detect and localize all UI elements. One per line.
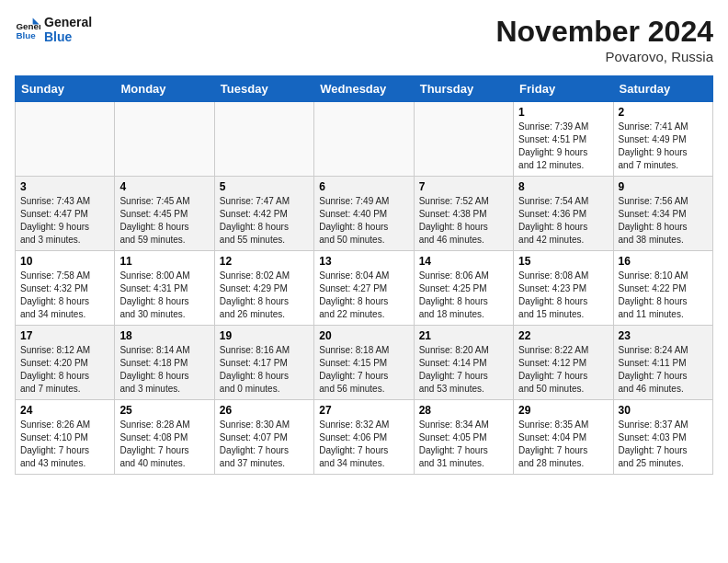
day-number: 25	[119, 404, 209, 417]
day-number: 2	[619, 106, 708, 119]
day-number: 1	[518, 106, 608, 119]
day-number: 8	[518, 180, 608, 193]
day-cell: 19Sunrise: 8:16 AM Sunset: 4:17 PM Dayli…	[214, 326, 313, 400]
day-info: Sunrise: 8:08 AM Sunset: 4:23 PM Dayligh…	[518, 270, 608, 321]
day-cell	[214, 102, 313, 177]
day-cell: 17Sunrise: 8:12 AM Sunset: 4:20 PM Dayli…	[16, 326, 115, 400]
logo-line2: Blue	[44, 29, 92, 44]
day-number: 30	[619, 404, 708, 417]
col-header-tuesday: Tuesday	[214, 76, 313, 102]
day-info: Sunrise: 8:04 AM Sunset: 4:27 PM Dayligh…	[319, 270, 408, 321]
calendar-table: SundayMondayTuesdayWednesdayThursdayFrid…	[15, 75, 713, 475]
day-cell: 25Sunrise: 8:28 AM Sunset: 4:08 PM Dayli…	[115, 400, 214, 475]
day-cell: 4Sunrise: 7:45 AM Sunset: 4:45 PM Daylig…	[115, 177, 214, 251]
logo-icon: General Blue	[15, 17, 40, 42]
week-row-5: 24Sunrise: 8:26 AM Sunset: 4:10 PM Dayli…	[16, 400, 713, 475]
day-cell: 28Sunrise: 8:34 AM Sunset: 4:05 PM Dayli…	[414, 400, 513, 475]
month-title: November 2024	[495, 15, 713, 49]
day-info: Sunrise: 7:43 AM Sunset: 4:47 PM Dayligh…	[20, 195, 109, 247]
day-cell: 30Sunrise: 8:37 AM Sunset: 4:03 PM Dayli…	[613, 400, 712, 475]
day-number: 29	[518, 404, 608, 417]
day-info: Sunrise: 8:35 AM Sunset: 4:04 PM Dayligh…	[518, 419, 608, 470]
day-number: 4	[119, 180, 209, 193]
day-cell: 23Sunrise: 8:24 AM Sunset: 4:11 PM Dayli…	[613, 326, 712, 400]
day-number: 14	[419, 255, 508, 268]
day-info: Sunrise: 8:30 AM Sunset: 4:07 PM Dayligh…	[220, 419, 309, 470]
logo: General Blue General Blue	[15, 15, 92, 44]
day-number: 15	[518, 255, 608, 268]
day-cell: 5Sunrise: 7:47 AM Sunset: 4:42 PM Daylig…	[214, 177, 313, 251]
week-row-4: 17Sunrise: 8:12 AM Sunset: 4:20 PM Dayli…	[16, 326, 713, 400]
day-number: 12	[220, 255, 309, 268]
day-info: Sunrise: 7:41 AM Sunset: 4:49 PM Dayligh…	[619, 121, 708, 172]
day-info: Sunrise: 8:37 AM Sunset: 4:03 PM Dayligh…	[619, 419, 708, 470]
day-cell: 21Sunrise: 8:20 AM Sunset: 4:14 PM Dayli…	[414, 326, 513, 400]
day-cell: 29Sunrise: 8:35 AM Sunset: 4:04 PM Dayli…	[514, 400, 613, 475]
day-info: Sunrise: 8:20 AM Sunset: 4:14 PM Dayligh…	[419, 344, 508, 396]
day-cell: 8Sunrise: 7:54 AM Sunset: 4:36 PM Daylig…	[514, 177, 613, 251]
header-row: SundayMondayTuesdayWednesdayThursdayFrid…	[16, 76, 713, 102]
day-number: 27	[319, 404, 408, 417]
day-cell: 10Sunrise: 7:58 AM Sunset: 4:32 PM Dayli…	[16, 251, 115, 326]
day-info: Sunrise: 7:58 AM Sunset: 4:32 PM Dayligh…	[20, 270, 109, 321]
day-info: Sunrise: 7:56 AM Sunset: 4:34 PM Dayligh…	[619, 195, 708, 247]
day-number: 26	[220, 404, 309, 417]
day-info: Sunrise: 8:26 AM Sunset: 4:10 PM Dayligh…	[20, 419, 109, 470]
day-number: 10	[20, 255, 109, 268]
logo-line1: General	[44, 15, 92, 29]
day-info: Sunrise: 7:47 AM Sunset: 4:42 PM Dayligh…	[220, 195, 309, 247]
day-info: Sunrise: 8:24 AM Sunset: 4:11 PM Dayligh…	[619, 344, 708, 396]
day-info: Sunrise: 8:06 AM Sunset: 4:25 PM Dayligh…	[419, 270, 508, 321]
day-info: Sunrise: 7:39 AM Sunset: 4:51 PM Dayligh…	[518, 121, 608, 172]
col-header-thursday: Thursday	[414, 76, 513, 102]
day-cell	[314, 102, 414, 177]
day-cell: 6Sunrise: 7:49 AM Sunset: 4:40 PM Daylig…	[314, 177, 414, 251]
day-info: Sunrise: 7:52 AM Sunset: 4:38 PM Dayligh…	[419, 195, 508, 247]
day-cell	[16, 102, 115, 177]
day-cell: 26Sunrise: 8:30 AM Sunset: 4:07 PM Dayli…	[214, 400, 313, 475]
day-info: Sunrise: 7:54 AM Sunset: 4:36 PM Dayligh…	[518, 195, 608, 247]
day-number: 7	[419, 180, 508, 193]
day-number: 22	[518, 329, 608, 342]
day-cell: 16Sunrise: 8:10 AM Sunset: 4:22 PM Dayli…	[613, 251, 712, 326]
day-cell: 22Sunrise: 8:22 AM Sunset: 4:12 PM Dayli…	[514, 326, 613, 400]
week-row-1: 1Sunrise: 7:39 AM Sunset: 4:51 PM Daylig…	[16, 102, 713, 177]
day-cell: 13Sunrise: 8:04 AM Sunset: 4:27 PM Dayli…	[314, 251, 414, 326]
location: Povarovo, Russia	[495, 49, 713, 64]
day-cell: 7Sunrise: 7:52 AM Sunset: 4:38 PM Daylig…	[414, 177, 513, 251]
day-number: 19	[220, 329, 309, 342]
day-number: 6	[319, 180, 408, 193]
day-number: 9	[619, 180, 708, 193]
day-cell: 3Sunrise: 7:43 AM Sunset: 4:47 PM Daylig…	[16, 177, 115, 251]
day-cell: 27Sunrise: 8:32 AM Sunset: 4:06 PM Dayli…	[314, 400, 414, 475]
day-number: 21	[419, 329, 508, 342]
day-info: Sunrise: 7:49 AM Sunset: 4:40 PM Dayligh…	[319, 195, 408, 247]
day-cell: 24Sunrise: 8:26 AM Sunset: 4:10 PM Dayli…	[16, 400, 115, 475]
day-cell: 15Sunrise: 8:08 AM Sunset: 4:23 PM Dayli…	[514, 251, 613, 326]
day-cell	[115, 102, 214, 177]
day-info: Sunrise: 8:18 AM Sunset: 4:15 PM Dayligh…	[319, 344, 408, 396]
day-info: Sunrise: 7:45 AM Sunset: 4:45 PM Dayligh…	[119, 195, 209, 247]
day-cell: 20Sunrise: 8:18 AM Sunset: 4:15 PM Dayli…	[314, 326, 414, 400]
day-number: 11	[119, 255, 209, 268]
day-number: 16	[619, 255, 708, 268]
day-info: Sunrise: 8:32 AM Sunset: 4:06 PM Dayligh…	[319, 419, 408, 470]
header: General Blue General Blue November 2024 …	[15, 15, 713, 64]
day-cell: 12Sunrise: 8:02 AM Sunset: 4:29 PM Dayli…	[214, 251, 313, 326]
day-number: 20	[319, 329, 408, 342]
col-header-sunday: Sunday	[16, 76, 115, 102]
day-info: Sunrise: 8:28 AM Sunset: 4:08 PM Dayligh…	[119, 419, 209, 470]
day-cell: 9Sunrise: 7:56 AM Sunset: 4:34 PM Daylig…	[613, 177, 712, 251]
day-number: 23	[619, 329, 708, 342]
day-info: Sunrise: 8:02 AM Sunset: 4:29 PM Dayligh…	[220, 270, 309, 321]
day-number: 17	[20, 329, 109, 342]
day-number: 3	[20, 180, 109, 193]
day-number: 24	[20, 404, 109, 417]
day-cell: 18Sunrise: 8:14 AM Sunset: 4:18 PM Dayli…	[115, 326, 214, 400]
day-info: Sunrise: 8:00 AM Sunset: 4:31 PM Dayligh…	[119, 270, 209, 321]
week-row-3: 10Sunrise: 7:58 AM Sunset: 4:32 PM Dayli…	[16, 251, 713, 326]
svg-text:Blue: Blue	[16, 30, 36, 40]
col-header-monday: Monday	[115, 76, 214, 102]
day-cell	[414, 102, 513, 177]
day-cell: 2Sunrise: 7:41 AM Sunset: 4:49 PM Daylig…	[613, 102, 712, 177]
